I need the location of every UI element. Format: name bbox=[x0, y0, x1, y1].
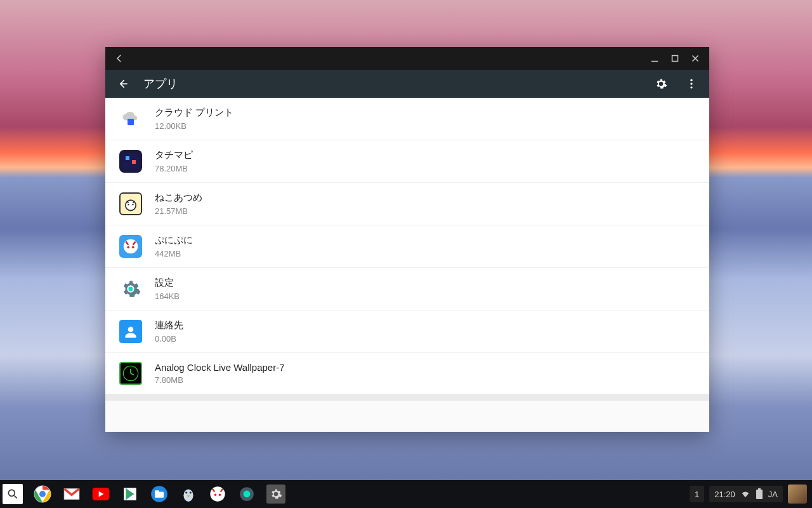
appbar-settings-button[interactable] bbox=[651, 74, 671, 94]
appbar-overflow-button[interactable] bbox=[681, 74, 702, 94]
svg-point-30 bbox=[190, 491, 192, 493]
app-size: 442MB bbox=[155, 249, 193, 258]
tachimapi-icon bbox=[119, 150, 142, 173]
app-name: クラウド プリント bbox=[155, 107, 233, 119]
punipuni-icon bbox=[119, 235, 142, 258]
launcher-search-button[interactable] bbox=[3, 484, 23, 504]
svg-rect-27 bbox=[155, 490, 159, 493]
ime-indicator: JA bbox=[768, 490, 778, 499]
svg-point-15 bbox=[128, 326, 134, 332]
app-name: ねこあつめ bbox=[155, 192, 202, 204]
svg-point-31 bbox=[210, 486, 225, 501]
settings-shelf-icon[interactable] bbox=[266, 485, 285, 504]
app-name: ぷにぷに bbox=[155, 234, 193, 246]
system-tray[interactable]: 1 21:20 JA bbox=[690, 485, 809, 504]
gmail-icon[interactable] bbox=[62, 485, 81, 504]
svg-point-9 bbox=[128, 204, 129, 205]
app-size: 12.00KB bbox=[155, 121, 233, 131]
chrome-icon[interactable] bbox=[33, 485, 52, 504]
app-row[interactable]: タチマピ78.20MB bbox=[105, 140, 709, 183]
svg-rect-7 bbox=[132, 160, 136, 164]
files-icon[interactable] bbox=[150, 485, 169, 504]
svg-point-2 bbox=[690, 83, 692, 84]
page-title: アプリ bbox=[143, 76, 641, 91]
penguin-icon[interactable] bbox=[179, 485, 198, 504]
app-row[interactable]: 設定164KB bbox=[105, 268, 709, 311]
window-minimize-button[interactable] bbox=[645, 48, 665, 69]
app-size: 78.20MB bbox=[155, 164, 193, 173]
contacts-app-icon bbox=[119, 320, 142, 343]
nekoatsume-icon bbox=[119, 192, 142, 215]
svg-point-12 bbox=[127, 246, 129, 248]
svg-rect-26 bbox=[155, 492, 164, 498]
wifi-icon bbox=[740, 489, 750, 499]
svg-rect-4 bbox=[128, 119, 134, 125]
svg-point-11 bbox=[124, 239, 138, 254]
app-size: 21.57MB bbox=[155, 206, 202, 216]
app-list: クラウド プリント12.00KB タチマピ78.20MB ねこあつめ21.57M… bbox=[105, 98, 709, 432]
app-name: 連絡先 bbox=[155, 319, 183, 331]
window-titlebar bbox=[105, 47, 709, 70]
window-maximize-button[interactable] bbox=[665, 48, 685, 69]
app-row[interactable]: ぷにぷに442MB bbox=[105, 225, 709, 268]
svg-point-33 bbox=[219, 493, 221, 496]
svg-point-35 bbox=[244, 491, 251, 498]
camera-shelf-icon[interactable] bbox=[237, 485, 256, 504]
appbar-back-button[interactable] bbox=[113, 74, 133, 94]
svg-point-29 bbox=[185, 491, 187, 493]
notification-count[interactable]: 1 bbox=[690, 486, 704, 502]
svg-point-1 bbox=[690, 79, 692, 81]
svg-rect-6 bbox=[126, 156, 129, 160]
shelf: 1 21:20 JA bbox=[0, 480, 812, 508]
window-close-button[interactable] bbox=[685, 48, 705, 69]
app-size: 0.00B bbox=[155, 334, 183, 344]
punipuni-shelf-icon[interactable] bbox=[208, 485, 227, 504]
svg-point-32 bbox=[214, 493, 217, 496]
svg-point-3 bbox=[690, 86, 692, 88]
svg-point-13 bbox=[132, 246, 134, 248]
list-bottom-spacer bbox=[105, 394, 709, 401]
svg-point-14 bbox=[128, 286, 133, 291]
window-back-button[interactable] bbox=[109, 48, 129, 69]
app-name: 設定 bbox=[155, 277, 180, 289]
svg-rect-5 bbox=[123, 154, 138, 169]
app-row[interactable]: クラウド プリント12.00KB bbox=[105, 98, 709, 140]
analog-clock-icon bbox=[119, 362, 142, 385]
app-bar: アプリ bbox=[105, 70, 709, 98]
tray-clock: 21:20 bbox=[714, 490, 735, 499]
svg-rect-0 bbox=[672, 56, 678, 62]
svg-point-17 bbox=[8, 490, 15, 496]
battery-icon bbox=[756, 488, 763, 500]
svg-point-10 bbox=[132, 204, 133, 205]
android-settings-window: アプリ クラウド プリント12.00KB タチマピ78.20MB ねこあつめ21… bbox=[105, 47, 709, 432]
app-size: 7.80MB bbox=[155, 375, 285, 385]
app-row[interactable]: 連絡先0.00B bbox=[105, 311, 709, 353]
app-row[interactable]: Analog Clock Live Wallpaper-77.80MB bbox=[105, 353, 709, 394]
play-store-icon[interactable] bbox=[121, 485, 140, 504]
app-name: タチマピ bbox=[155, 149, 193, 161]
svg-rect-37 bbox=[758, 488, 761, 490]
app-size: 164KB bbox=[155, 291, 180, 301]
app-name: Analog Clock Live Wallpaper-7 bbox=[155, 362, 285, 373]
youtube-icon[interactable] bbox=[91, 485, 110, 504]
svg-rect-36 bbox=[756, 490, 763, 499]
user-avatar[interactable] bbox=[788, 485, 807, 504]
app-row[interactable]: ねこあつめ21.57MB bbox=[105, 183, 709, 225]
cloudprint-icon bbox=[119, 107, 142, 130]
settings-app-icon bbox=[119, 277, 142, 300]
